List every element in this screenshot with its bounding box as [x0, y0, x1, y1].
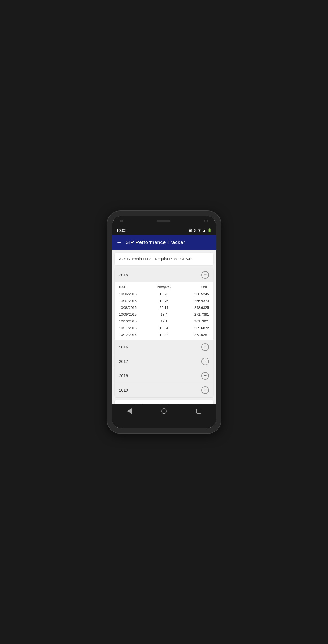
expand-icon-2016[interactable]: + [201, 343, 209, 351]
year-header-2018[interactable]: 2018 + [115, 369, 213, 383]
plus-symbol: + [204, 373, 207, 379]
summary-card: Performance Tracker Summary Total Amount… [115, 400, 213, 404]
speaker [157, 220, 170, 222]
fund-name: Axis Bluechip Fund - Regular Plan - Grow… [119, 257, 192, 261]
fund-card: Axis Bluechip Fund - Regular Plan - Grow… [115, 253, 213, 265]
year-label-2017: 2017 [119, 359, 128, 364]
cell-date: 10/08/2015 [119, 306, 149, 310]
home-circle-icon [161, 408, 167, 414]
phone-device: 10:05 ▣ ⊙ ▼ ▲ 🔋 ← SIP Performance Tracke… [107, 211, 221, 433]
content-area[interactable]: Axis Bluechip Fund - Regular Plan - Grow… [112, 250, 216, 404]
plus-symbol: + [204, 358, 207, 364]
cell-nav: 18.76 [149, 292, 179, 296]
year-header-2017[interactable]: 2017 + [115, 354, 213, 369]
year-header-2016[interactable]: 2016 + [115, 340, 213, 354]
table-row: 10/06/2015 18.76 266.5245 [115, 291, 213, 297]
header-date: DATE [119, 285, 149, 289]
cell-unit: 272.6281 [179, 333, 209, 337]
table-row: 10/11/2015 18.54 269.6872 [115, 325, 213, 331]
front-camera [120, 220, 123, 222]
cell-unit: 269.6872 [179, 326, 209, 330]
year-label-2019: 2019 [119, 388, 128, 392]
status-icons: ▣ ⊙ ▼ ▲ 🔋 [189, 228, 212, 232]
cell-date: 10/12/2015 [119, 333, 149, 337]
table-row: 10/09/2015 18.4 271.7391 [115, 311, 213, 318]
app-bar: ← SIP Performance Tracker [112, 235, 216, 250]
year-section-2015: 2015 − DATE NAV(Rs) UNIT 10/06/2015 [115, 268, 213, 340]
hardware-top-bar [112, 216, 216, 226]
expand-icon-2018[interactable]: + [201, 372, 209, 380]
wifi-icon: ▼ [198, 228, 201, 232]
year-section-2016: 2016 + [115, 340, 213, 354]
notification-icon: ▣ [189, 228, 192, 232]
nav-back-button[interactable] [124, 406, 134, 416]
table-row: 12/10/2015 19.1 261.7801 [115, 318, 213, 325]
table-header-row: DATE NAV(Rs) UNIT [115, 284, 213, 291]
collapse-icon-2015[interactable]: − [201, 271, 209, 279]
plus-symbol: + [204, 387, 207, 393]
cell-nav: 18.34 [149, 333, 179, 337]
cell-unit: 261.7801 [179, 319, 209, 323]
year-table-2015: DATE NAV(Rs) UNIT 10/06/2015 18.76 266.5… [115, 282, 213, 340]
cell-date: 10/06/2015 [119, 292, 149, 296]
year-section-2017: 2017 + [115, 354, 213, 369]
battery-icon: 🔋 [207, 228, 212, 232]
phone-screen: 10:05 ▣ ⊙ ▼ ▲ 🔋 ← SIP Performance Tracke… [112, 216, 216, 428]
year-header-2019[interactable]: 2019 + [115, 383, 213, 397]
year-header-2015[interactable]: 2015 − [115, 268, 213, 282]
status-bar: 10:05 ▣ ⊙ ▼ ▲ 🔋 [112, 226, 216, 235]
cell-nav: 18.4 [149, 312, 179, 316]
nav-recents-button[interactable] [194, 406, 204, 416]
cell-nav: 19.46 [149, 299, 179, 303]
bottom-nav-bar [112, 404, 216, 418]
header-nav: NAV(Rs) [149, 285, 179, 289]
cell-date: 10/09/2015 [119, 312, 149, 316]
signal-icon: ▲ [202, 228, 206, 232]
year-section-2019: 2019 + [115, 383, 213, 397]
minus-symbol: − [204, 272, 207, 278]
cell-nav: 18.54 [149, 326, 179, 330]
expand-icon-2019[interactable]: + [201, 386, 209, 394]
years-card: 2015 − DATE NAV(Rs) UNIT 10/06/2015 [115, 268, 213, 397]
hardware-bottom-bar [112, 418, 216, 428]
year-label-2018: 2018 [119, 373, 128, 378]
year-section-2018: 2018 + [115, 369, 213, 383]
year-label-2015: 2015 [119, 273, 128, 277]
year-label-2016: 2016 [119, 345, 128, 349]
cell-unit: 256.9373 [179, 299, 209, 303]
table-row: 10/12/2015 18.34 272.6281 [115, 331, 213, 338]
sensors [204, 220, 208, 222]
back-button[interactable]: ← [116, 239, 122, 246]
nav-home-button[interactable] [159, 406, 169, 416]
expand-icon-2017[interactable]: + [201, 358, 209, 365]
cell-unit: 271.7391 [179, 312, 209, 316]
cell-unit: 266.5245 [179, 292, 209, 296]
summary-title: Performance Tracker Summary [115, 400, 213, 404]
cell-date: 12/10/2015 [119, 319, 149, 323]
cell-date: 10/11/2015 [119, 326, 149, 330]
table-row: 10/07/2015 19.46 256.9373 [115, 297, 213, 304]
cell-nav: 19.1 [149, 319, 179, 323]
app-bar-title: SIP Performance Tracker [126, 239, 185, 245]
cell-unit: 248.6325 [179, 306, 209, 310]
cell-date: 10/07/2015 [119, 299, 149, 303]
table-row: 10/08/2015 20.11 248.6325 [115, 304, 213, 311]
plus-symbol: + [204, 344, 207, 350]
header-unit: UNIT [179, 285, 209, 289]
cell-nav: 20.11 [149, 306, 179, 310]
media-icon: ⊙ [193, 228, 196, 232]
status-time: 10:05 [116, 228, 127, 233]
recents-square-icon [196, 409, 201, 414]
back-triangle-icon [127, 408, 132, 414]
